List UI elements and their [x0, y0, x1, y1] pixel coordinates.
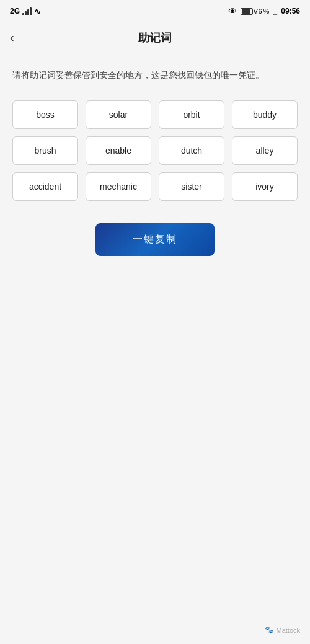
network-type: 2G: [10, 7, 20, 15]
copy-all-button[interactable]: 一键复制: [95, 223, 215, 256]
word-card-11: sister: [159, 172, 224, 201]
status-right: 👁 76 % ⎯ 09:56: [228, 6, 300, 16]
time-display: 09:56: [281, 7, 300, 15]
back-button[interactable]: ‹: [10, 30, 14, 45]
word-card-1: boss: [12, 100, 78, 129]
footer-watermark: 🐾 Mattock: [265, 626, 300, 634]
word-card-5: brush: [12, 136, 78, 165]
copy-button-wrapper: 一键复制: [12, 223, 298, 256]
status-bar: 2G ∿ 👁 76 % ⎯ 09:56: [0, 0, 310, 22]
wifi-icon: ∿: [34, 7, 41, 16]
word-card-12: ivory: [232, 172, 298, 201]
word-card-8: alley: [232, 136, 298, 165]
word-card-4: buddy: [232, 100, 298, 129]
word-card-3: orbit: [159, 100, 224, 129]
word-card-7: dutch: [159, 136, 224, 165]
watermark-icon: 🐾: [265, 626, 273, 634]
battery-body: [241, 8, 253, 15]
description-text: 请将助记词妥善保管到安全的地方，这是您找回钱包的唯一凭证。: [12, 68, 298, 83]
mnemonic-word-grid: bosssolarorbitbuddybrushenabledutchalley…: [12, 100, 298, 201]
status-left: 2G ∿: [10, 7, 41, 16]
battery-indicator: 76 %: [241, 7, 269, 15]
signal-slash-icon: ⎯: [273, 7, 277, 15]
battery-fill: [242, 9, 250, 14]
nav-bar: ‹ 助记词: [0, 22, 310, 53]
word-card-6: enable: [86, 136, 151, 165]
word-card-9: accident: [12, 172, 78, 201]
word-card-10: mechanic: [86, 172, 151, 201]
word-card-2: solar: [86, 100, 151, 129]
eye-icon: 👁: [228, 6, 237, 16]
battery-percent: 76: [254, 7, 262, 15]
page-title: 助记词: [138, 30, 172, 45]
signal-bars: [22, 7, 32, 15]
main-content: 请将助记词妥善保管到安全的地方，这是您找回钱包的唯一凭证。 bosssolaro…: [0, 53, 310, 275]
watermark-text: Mattock: [276, 627, 300, 634]
